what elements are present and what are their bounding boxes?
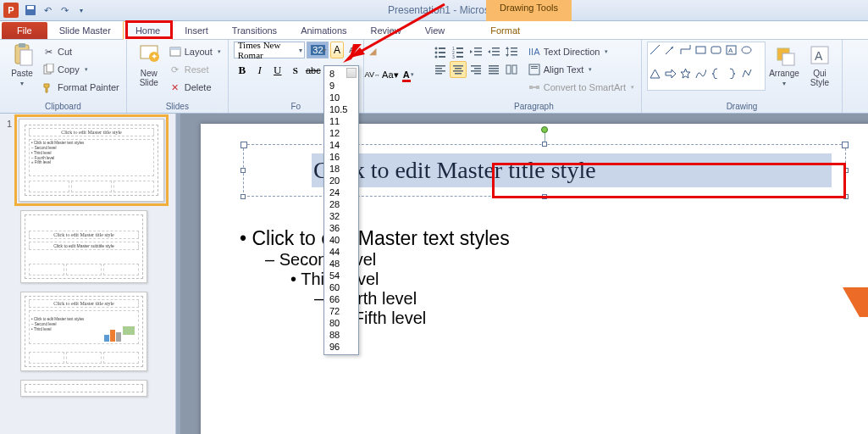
size-option-24[interactable]: 24 [324, 186, 358, 198]
tab-insert[interactable]: Insert [173, 22, 220, 39]
thumb-title: Click to edit Master title style [29, 231, 139, 239]
tab-transitions[interactable]: Transitions [220, 22, 289, 39]
master-thumbnail[interactable]: Click to edit Master title style • Click… [19, 119, 164, 202]
quick-styles-icon: A [808, 43, 832, 67]
master-thumbnail-item[interactable]: 1 Click to edit Master title style • Cli… [0, 119, 175, 202]
size-option-10[interactable]: 10 [324, 92, 358, 103]
size-option-48[interactable]: 48 [324, 258, 358, 270]
save-icon[interactable] [24, 3, 37, 17]
size-option-9[interactable]: 9 [324, 80, 358, 92]
font-size-combo[interactable]: 32 [307, 42, 329, 58]
svg-rect-44 [471, 70, 481, 72]
underline-button[interactable]: U [269, 62, 286, 79]
quick-styles-button[interactable]: A Qui Style [803, 42, 837, 102]
size-option-80[interactable]: 80 [324, 317, 358, 329]
tab-view[interactable]: View [413, 22, 457, 39]
size-option-72[interactable]: 72 [324, 305, 358, 317]
bullet-level-3[interactable]: Third level [221, 270, 848, 289]
grow-font-button[interactable]: A [330, 42, 343, 58]
redo-icon[interactable]: ↷ [58, 3, 71, 17]
undo-icon[interactable]: ↶ [41, 3, 54, 17]
char-spacing-button[interactable]: AV↔ [364, 66, 381, 83]
content-placeholder[interactable]: Click to edit Master text styles Second … [221, 227, 848, 328]
new-slide-button[interactable]: ✦ New Slide [132, 42, 166, 102]
increase-indent-button[interactable] [485, 43, 502, 60]
tab-slide-master[interactable]: Slide Master [47, 22, 123, 39]
columns-button[interactable] [503, 61, 520, 78]
align-left-button[interactable] [432, 61, 449, 78]
bullet-level-4[interactable]: Fourth level [221, 289, 848, 309]
shrink-font-button[interactable]: A [346, 42, 358, 58]
size-option-32[interactable]: 32 [324, 210, 358, 222]
font-color-button[interactable]: A▾ [400, 66, 417, 83]
title-text-selection: Click to edit Master title style [312, 153, 832, 187]
paste-button[interactable]: Paste ▾ [5, 42, 39, 102]
layout-thumbnail-2[interactable]: Click to edit Master title style • Click… [20, 292, 147, 371]
font-color-icon: A [402, 70, 411, 80]
svg-rect-60 [696, 47, 705, 53]
size-option-36[interactable]: 36 [324, 222, 358, 234]
size-option-11[interactable]: 11 [324, 115, 358, 127]
size-option-14[interactable]: 14 [324, 139, 358, 151]
align-center-button[interactable] [450, 61, 467, 78]
text-direction-button[interactable]: IIAText Direction▾ [527, 43, 636, 60]
size-option-96[interactable]: 96 [324, 341, 358, 353]
size-option-20[interactable]: 20 [324, 175, 358, 186]
shadow-button[interactable]: S [287, 62, 304, 79]
justify-button[interactable] [485, 61, 502, 78]
align-text-button[interactable]: Align Text▾ [527, 61, 636, 78]
size-option-16[interactable]: 16 [324, 151, 358, 163]
tab-home[interactable]: Home [123, 21, 173, 40]
svg-rect-27 [492, 47, 500, 49]
tab-file[interactable]: File [2, 22, 47, 39]
slide-canvas[interactable]: Click to edit Master title style Click t… [201, 124, 868, 434]
shapes-gallery[interactable]: A [647, 42, 766, 91]
bullet-level-5[interactable]: Fifth level [221, 309, 848, 328]
paste-label: Paste [11, 69, 33, 78]
cut-button[interactable]: ✂Cut [41, 43, 121, 60]
bullet-level-1[interactable]: Click to edit Master text styles [221, 227, 848, 250]
clear-formatting-button[interactable]: ◢ [364, 42, 381, 59]
numbering-button[interactable]: 123 [450, 43, 467, 60]
align-right-button[interactable] [467, 61, 484, 78]
size-option-88[interactable]: 88 [324, 329, 358, 341]
size-option-18[interactable]: 18 [324, 163, 358, 175]
line-spacing-button[interactable] [503, 43, 520, 60]
tab-format[interactable]: Format [478, 22, 532, 39]
arrange-icon [772, 43, 796, 67]
numbering-icon: 123 [451, 45, 465, 58]
paste-icon [10, 43, 34, 67]
bold-button[interactable]: B [234, 62, 251, 79]
layout-button[interactable]: Layout▾ [168, 43, 223, 60]
font-name-combo[interactable]: Times New Romar [234, 42, 306, 58]
size-option-10.5[interactable]: 10.5 [324, 103, 358, 115]
size-option-44[interactable]: 44 [324, 246, 358, 258]
tab-animations[interactable]: Animations [289, 22, 358, 39]
copy-button[interactable]: Copy▾ [41, 61, 121, 78]
change-case-button[interactable]: Aa▾ [382, 66, 399, 83]
strikethrough-button[interactable]: abc [305, 62, 322, 79]
svg-rect-49 [489, 73, 499, 75]
italic-button[interactable]: I [252, 62, 268, 79]
tab-review[interactable]: Review [359, 22, 413, 39]
bullets-button[interactable] [432, 43, 449, 60]
size-option-60[interactable]: 60 [324, 281, 358, 293]
format-painter-button[interactable]: Format Painter [41, 79, 121, 96]
decrease-indent-button[interactable] [467, 43, 484, 60]
bullet-level-2[interactable]: Second level [221, 250, 848, 270]
arrange-button[interactable]: Arrange ▾ [767, 42, 801, 102]
size-option-12[interactable]: 12 [324, 127, 358, 139]
align-text-label: Align Text [544, 64, 584, 75]
font-size-dropdown[interactable]: 891010.511121416182024283236404448546066… [323, 65, 359, 355]
svg-rect-17 [439, 56, 445, 58]
rotate-handle[interactable] [541, 126, 548, 133]
layout-thumbnail-1[interactable]: Click to edit Master title style Click t… [20, 210, 147, 283]
size-option-8[interactable]: 8 [324, 68, 358, 80]
layout-thumbnail-3[interactable] [20, 380, 147, 397]
delete-button[interactable]: ✕Delete [168, 79, 223, 96]
size-option-54[interactable]: 54 [324, 270, 358, 281]
size-option-28[interactable]: 28 [324, 198, 358, 210]
size-option-40[interactable]: 40 [324, 234, 358, 246]
svg-text:3: 3 [452, 54, 455, 58]
size-option-66[interactable]: 66 [324, 293, 358, 305]
